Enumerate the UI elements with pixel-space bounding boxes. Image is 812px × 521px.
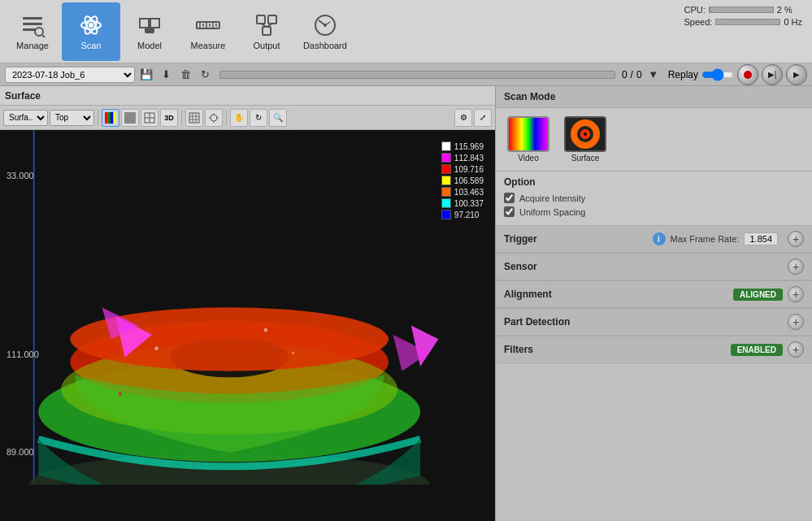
trigger-info-icon[interactable]: i	[653, 232, 666, 245]
sensor-expand-button[interactable]: +	[788, 258, 804, 275]
surface-mode-button[interactable]: Surface	[561, 116, 610, 163]
filter-button[interactable]: ▼	[645, 67, 662, 83]
svg-line-4	[42, 35, 45, 37]
alignment-expand-button[interactable]: +	[788, 286, 804, 302]
grid-button[interactable]	[185, 109, 203, 127]
filters-section[interactable]: Filters ENABLED +	[496, 336, 812, 363]
scan-label: Scan	[80, 41, 101, 50]
wireframe-button[interactable]	[141, 109, 158, 127]
main-area: Surface Surfa... Top	[0, 86, 812, 521]
filters-title: Filters	[504, 344, 731, 355]
legend-item-3: 109.716	[441, 164, 484, 174]
manage-button[interactable]: Manage	[3, 2, 62, 61]
refresh-button[interactable]: ↻	[197, 67, 213, 83]
sensor-section[interactable]: Sensor +	[496, 253, 812, 280]
svg-rect-9	[140, 19, 149, 28]
alignment-section[interactable]: Alignment ALIGNED +	[496, 280, 812, 308]
counter-sep: /	[631, 69, 633, 80]
canvas-area: 33.000 111.000 89.000 115.969 112.843 10…	[0, 130, 495, 521]
svg-point-8	[89, 23, 93, 28]
svg-point-3	[35, 28, 43, 36]
toolbar-sep-2	[181, 110, 182, 126]
model-button[interactable]: Model	[120, 2, 179, 61]
grey-view-button[interactable]	[121, 109, 139, 127]
play-button[interactable]: ▶	[786, 64, 807, 85]
step-forward-button[interactable]: ▶|	[762, 64, 783, 85]
color-view-button[interactable]	[102, 109, 119, 127]
scan-mode-title: Scan Mode	[504, 91, 555, 102]
projection-view-select[interactable]: Top	[50, 110, 94, 126]
svg-rect-28	[111, 112, 114, 124]
expand-button[interactable]: ⤢	[474, 109, 492, 127]
svg-rect-26	[105, 112, 108, 124]
video-mode-button[interactable]: Video	[504, 116, 553, 163]
trigger-title: Trigger	[504, 233, 648, 245]
svg-rect-20	[268, 15, 276, 24]
option-section: Option Acquire Intensity Uniform Spacing	[496, 171, 812, 225]
progress-bar	[219, 71, 615, 79]
svg-point-59	[119, 392, 122, 395]
svg-rect-61	[509, 118, 548, 150]
settings-button[interactable]: ⚙	[454, 109, 472, 127]
acquire-intensity-checkbox[interactable]	[504, 193, 515, 203]
svg-point-65	[584, 132, 587, 136]
uniform-spacing-label: Uniform Spacing	[519, 207, 585, 217]
uniform-spacing-checkbox[interactable]	[504, 206, 515, 217]
3d-view-button[interactable]: 3D	[160, 109, 178, 127]
svg-rect-0	[23, 17, 42, 20]
legend-item-5: 103.463	[441, 187, 484, 197]
speed-value: 0 Hz	[784, 17, 802, 27]
svg-point-57	[264, 328, 267, 332]
counter-right: 0	[636, 69, 642, 80]
toolbar-sep-1	[98, 110, 98, 126]
output-label: Output	[253, 41, 280, 50]
legend-color-6	[441, 198, 451, 208]
orbit-button[interactable]: ↻	[250, 109, 267, 127]
download-button[interactable]: ⬇	[158, 67, 174, 83]
trigger-expand-button[interactable]: +	[788, 231, 804, 247]
dashboard-button[interactable]: Dashboard	[296, 2, 354, 61]
max-frame-rate-label: Max Frame Rate:	[671, 234, 740, 244]
dashboard-label: Dashboard	[303, 41, 347, 50]
panel-header: Surface	[0, 86, 495, 106]
legend-value-1: 115.969	[454, 142, 484, 151]
scan-button[interactable]: Scan	[62, 2, 120, 61]
legend-item-7: 97.210	[441, 210, 484, 219]
speed-label: Speed:	[684, 17, 713, 27]
replay-section: Replay ▶| ▶	[668, 64, 807, 85]
legend-value-5: 103.463	[454, 188, 484, 197]
replay-slider[interactable]	[701, 68, 734, 81]
filters-expand-button[interactable]: +	[788, 341, 804, 358]
output-button[interactable]: Output	[237, 2, 296, 61]
svg-rect-29	[114, 112, 117, 124]
measure-button[interactable]: Measure	[179, 2, 237, 61]
zoom-button[interactable]: 🔍	[269, 109, 287, 127]
axis-label-mid: 111.000	[7, 350, 39, 359]
job-select[interactable]: 2023-07-18 Job_6	[5, 67, 135, 83]
save-job-button[interactable]: 💾	[138, 67, 154, 83]
counter-left: 0	[622, 69, 627, 80]
delete-button[interactable]: 🗑	[177, 67, 193, 83]
video-mode-label: Video	[518, 154, 538, 163]
system-info: CPU: 2 % Speed: 0 Hz	[684, 5, 803, 29]
surface-mode-label: Surface	[571, 154, 599, 163]
right-panel: Scan Mode	[496, 86, 812, 521]
legend-item-2: 112.843	[441, 153, 484, 163]
scan-mode-icons: Video Surface	[496, 108, 812, 171]
surface-view-select[interactable]: Surfa...	[3, 110, 48, 126]
legend-value-6: 100.337	[454, 199, 484, 208]
legend-color-7	[441, 210, 451, 219]
legend-item-1: 115.969	[441, 141, 484, 151]
scan-mode-section-header: Scan Mode	[496, 86, 812, 108]
svg-rect-21	[263, 27, 271, 35]
part-detection-expand-button[interactable]: +	[788, 314, 804, 330]
record-button[interactable]	[737, 64, 758, 85]
svg-rect-1	[23, 23, 42, 25]
svg-rect-11	[145, 28, 154, 33]
light-button[interactable]	[205, 109, 223, 127]
svg-point-58	[292, 351, 294, 354]
pan-button[interactable]: ✋	[230, 109, 248, 127]
part-detection-section[interactable]: Part Detection +	[496, 308, 812, 336]
legend-color-3	[441, 164, 451, 174]
right-panel-footer	[496, 363, 812, 521]
